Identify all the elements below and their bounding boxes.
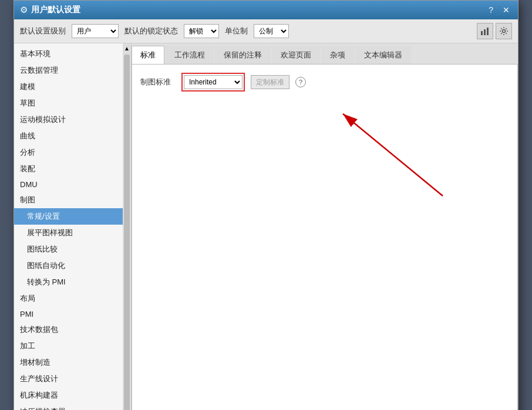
customize-standard-button[interactable]: 定制标准 bbox=[251, 75, 289, 89]
sidebar: ▲ ▼ 基本环境云数据管理建模草图运动模拟设计曲线分析装配DMU制图常规/设置展… bbox=[14, 43, 132, 410]
settings-icon: ⚙ bbox=[20, 5, 28, 15]
sidebar-item[interactable]: 增材制造 bbox=[14, 354, 123, 371]
toolbar-icons bbox=[477, 23, 512, 39]
sidebar-item[interactable]: 云数据管理 bbox=[14, 62, 123, 79]
drawing-standard-select[interactable]: InheritedGBISOANSIDINJIS bbox=[184, 75, 243, 89]
sidebar-item[interactable]: 分析 bbox=[14, 144, 123, 161]
sidebar-items-container: 基本环境云数据管理建模草图运动模拟设计曲线分析装配DMU制图常规/设置展平图样视… bbox=[14, 46, 123, 410]
tab-文本编辑器[interactable]: 文本编辑器 bbox=[355, 46, 411, 64]
title-bar-left: ⚙ 用户默认设置 bbox=[20, 5, 80, 15]
sidebar-item[interactable]: 布局 bbox=[14, 290, 123, 307]
sidebar-item[interactable]: 转换为 PMI bbox=[14, 274, 123, 290]
level-label: 默认设置级别 bbox=[20, 26, 66, 36]
sidebar-item[interactable]: 冲压模检查器 bbox=[14, 404, 123, 410]
tab-工作流程[interactable]: 工作流程 bbox=[166, 46, 214, 64]
title-bar: ⚙ 用户默认设置 ? ✕ bbox=[14, 1, 518, 19]
tab-保留的注释[interactable]: 保留的注释 bbox=[215, 46, 271, 64]
red-arrow-annotation bbox=[308, 102, 460, 208]
drawing-standard-select-wrapper: InheritedGBISOANSIDINJIS bbox=[181, 73, 245, 92]
sidebar-item[interactable]: 生产线设计 bbox=[14, 371, 123, 387]
svg-rect-2 bbox=[487, 28, 489, 35]
sidebar-item[interactable]: 运动模拟设计 bbox=[14, 111, 123, 128]
sidebar-item[interactable]: 基本环境 bbox=[14, 46, 123, 62]
sidebar-item[interactable]: 展平图样视图 bbox=[14, 225, 123, 241]
tab-标准[interactable]: 标准 bbox=[132, 46, 164, 64]
unit-label: 单位制 bbox=[225, 26, 248, 36]
sidebar-item[interactable]: 常规/设置 bbox=[14, 208, 123, 225]
svg-rect-0 bbox=[481, 31, 483, 35]
sidebar-item[interactable]: 建模 bbox=[14, 79, 123, 95]
sidebar-item[interactable]: 图纸自动化 bbox=[14, 257, 123, 274]
svg-point-3 bbox=[503, 30, 506, 33]
help-icon[interactable]: ? bbox=[295, 77, 306, 87]
tab-杂项[interactable]: 杂项 bbox=[321, 46, 354, 64]
gear-icon-button[interactable] bbox=[496, 23, 512, 39]
tab-欢迎页面[interactable]: 欢迎页面 bbox=[272, 46, 320, 64]
svg-line-5 bbox=[343, 114, 443, 196]
sidebar-item[interactable]: 制图 bbox=[14, 192, 123, 208]
drawing-standard-label: 制图标准 bbox=[140, 77, 176, 87]
tab-content: 制图标准 InheritedGBISOANSIDINJIS 定制标准 ? bbox=[132, 65, 518, 410]
unit-select[interactable]: 公制 bbox=[254, 24, 289, 38]
sidebar-item[interactable]: 图纸比较 bbox=[14, 241, 123, 257]
scroll-up-arrow[interactable]: ▲ bbox=[122, 43, 132, 53]
sidebar-item[interactable]: 装配 bbox=[14, 161, 123, 177]
close-button[interactable]: ✕ bbox=[500, 4, 512, 16]
sidebar-item[interactable]: 草图 bbox=[14, 95, 123, 111]
title-bar-controls: ? ✕ bbox=[486, 4, 512, 16]
help-button[interactable]: ? bbox=[486, 4, 496, 16]
sidebar-item[interactable]: DMU bbox=[14, 177, 123, 192]
drawing-standard-row: 制图标准 InheritedGBISOANSIDINJIS 定制标准 ? bbox=[140, 73, 509, 92]
content-area: ▲ ▼ 基本环境云数据管理建模草图运动模拟设计曲线分析装配DMU制图常规/设置展… bbox=[14, 43, 518, 410]
toolbar: 默认设置级别 用户 默认的锁定状态 解锁 单位制 公制 bbox=[14, 19, 518, 43]
sidebar-item[interactable]: 曲线 bbox=[14, 128, 123, 144]
chart-icon-button[interactable] bbox=[477, 23, 493, 39]
main-panel: 标准工作流程保留的注释欢迎页面杂项文本编辑器 制图标准 InheritedGBI… bbox=[132, 43, 518, 410]
level-select[interactable]: 用户 bbox=[72, 24, 119, 38]
svg-rect-1 bbox=[484, 29, 486, 35]
lock-label: 默认的锁定状态 bbox=[124, 26, 178, 36]
lock-select[interactable]: 解锁 bbox=[184, 24, 219, 38]
tabs-bar: 标准工作流程保留的注释欢迎页面杂项文本编辑器 bbox=[132, 43, 518, 65]
sidebar-item[interactable]: 机床构建器 bbox=[14, 387, 123, 404]
dialog-title: 用户默认设置 bbox=[31, 5, 80, 15]
main-dialog: ⚙ 用户默认设置 ? ✕ 默认设置级别 用户 默认的锁定状态 解锁 单位制 公制 bbox=[14, 0, 518, 410]
sidebar-item[interactable]: 技术数据包 bbox=[14, 321, 123, 338]
sidebar-item[interactable]: PMI bbox=[14, 307, 123, 321]
sidebar-item[interactable]: 加工 bbox=[14, 338, 123, 354]
